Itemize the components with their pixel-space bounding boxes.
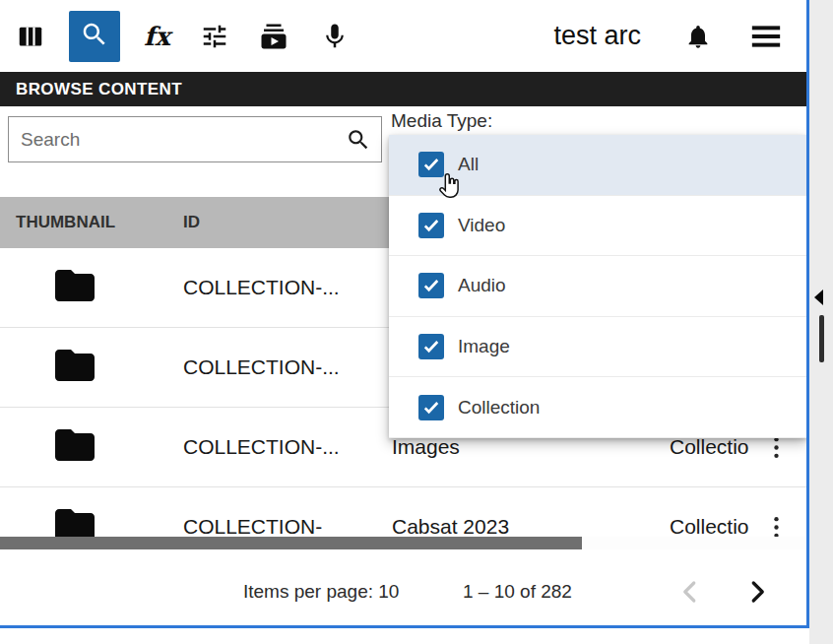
next-page-button[interactable]	[742, 577, 772, 607]
previous-page-button[interactable]	[675, 577, 705, 607]
vertical-scrollbar-thumb[interactable]	[819, 315, 824, 362]
media-type-option-video[interactable]: Video	[389, 196, 806, 257]
video-library-icon[interactable]	[259, 22, 288, 51]
browse-content-header: BROWSE CONTENT	[0, 72, 806, 106]
search-input[interactable]	[9, 129, 346, 151]
browse-content-title: BROWSE CONTENT	[16, 80, 182, 99]
folder-icon	[51, 262, 98, 313]
thumbnail-cell	[0, 262, 173, 313]
notifications-bell-icon[interactable]	[684, 23, 712, 50]
option-label: Audio	[458, 275, 506, 296]
media-type-label: Media Type:	[391, 110, 492, 132]
page-range-label: 1 – 10 of 282	[463, 581, 572, 603]
media-type-dropdown: All Video Audio Image	[389, 135, 806, 438]
row-type-text: Collectio	[670, 435, 749, 459]
option-label: Video	[458, 215, 505, 236]
row-title: Cabsat 2023	[382, 515, 650, 539]
fx-effects-icon[interactable]: fx	[144, 22, 170, 51]
media-type-option-audio[interactable]: Audio	[389, 256, 806, 317]
checkbox-checked-icon[interactable]	[418, 334, 444, 359]
items-per-page-label: Items per page: 10	[243, 581, 399, 603]
column-header-thumbnail: THUMBNAIL	[0, 213, 173, 232]
row-title: Images	[382, 435, 650, 459]
column-header-id: ID	[173, 213, 382, 232]
search-icon	[80, 20, 109, 53]
paginator: Items per page: 10 1 – 10 of 282	[0, 549, 806, 625]
thumbnail-cell	[0, 342, 173, 393]
search-box	[8, 116, 382, 162]
option-label: Collection	[458, 397, 540, 419]
hamburger-menu-icon[interactable]	[749, 22, 783, 51]
fx-glyph: fx	[144, 22, 170, 51]
app-title: test arc	[553, 21, 641, 51]
row-id: COLLECTION-...	[173, 276, 382, 299]
app-window: fx test arc BROWSE CONTENT	[0, 0, 809, 628]
checkbox-checked-icon[interactable]	[418, 213, 444, 238]
row-id: COLLECTION-...	[173, 435, 382, 459]
hand-cursor-icon	[434, 170, 464, 202]
row-type-text: Collectio	[670, 515, 749, 539]
checkbox-checked-icon[interactable]	[418, 273, 444, 298]
collapse-panel-arrow-icon[interactable]	[814, 290, 823, 305]
row-id: COLLECTION-	[173, 515, 382, 539]
option-label: Image	[458, 336, 510, 357]
media-type-option-image[interactable]: Image	[389, 317, 806, 378]
microphone-icon[interactable]	[320, 22, 350, 51]
thumbnail-cell	[0, 421, 173, 473]
toolbar: fx test arc	[0, 0, 806, 72]
checkbox-checked-icon[interactable]	[418, 395, 444, 420]
folder-icon	[51, 342, 98, 393]
row-id: COLLECTION-...	[173, 355, 382, 379]
tune-filters-icon[interactable]	[200, 22, 229, 51]
view-columns-icon[interactable]	[16, 22, 45, 51]
search-submit-icon[interactable]	[346, 127, 371, 153]
media-type-option-collection[interactable]: Collection	[389, 377, 806, 438]
folder-icon	[51, 421, 98, 473]
search-tab-button[interactable]	[69, 11, 120, 62]
